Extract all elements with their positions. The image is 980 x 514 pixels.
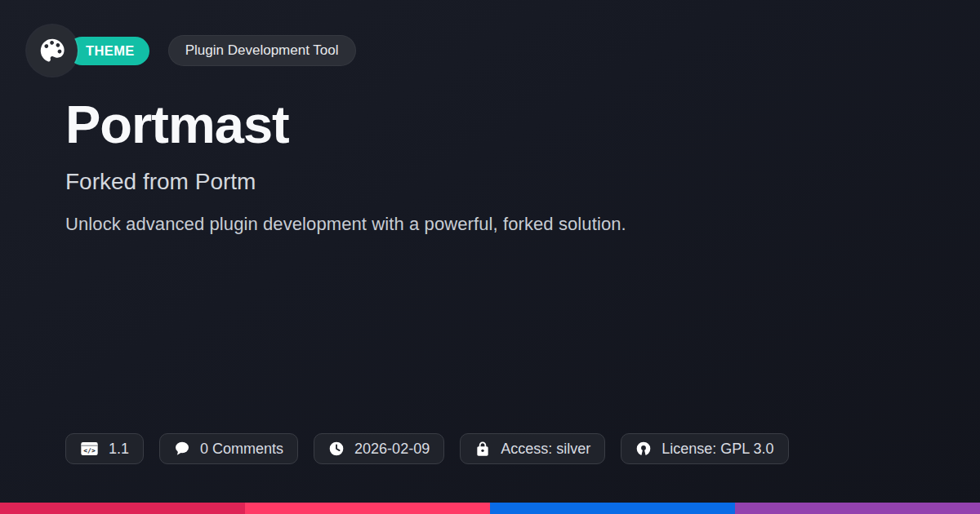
stripe-segment-crimson — [0, 503, 245, 514]
bottom-color-stripe — [0, 503, 980, 514]
license-badge: License: GPL 3.0 — [621, 433, 788, 464]
palette-icon — [37, 35, 68, 66]
date-label: 2026-02-09 — [354, 441, 430, 458]
version-label: 1.1 — [109, 441, 129, 458]
svg-text:</>: </> — [83, 447, 96, 454]
page-title: Portmast — [65, 97, 289, 153]
header-row: THEME Plugin Development Tool — [27, 24, 356, 77]
comment-icon — [174, 441, 190, 457]
forked-from-subtitle: Forked from Portm — [65, 169, 256, 195]
plugin-og-card: THEME Plugin Development Tool Portmast F… — [0, 0, 980, 514]
category-badge: Plugin Development Tool — [168, 35, 356, 66]
lock-icon — [474, 441, 491, 457]
version-badge: </> 1.1 — [65, 433, 144, 464]
stripe-segment-pink — [245, 503, 490, 514]
access-badge: Access: silver — [460, 433, 605, 464]
comments-label: 0 Comments — [200, 441, 283, 458]
date-badge: 2026-02-09 — [314, 433, 444, 464]
comments-badge: 0 Comments — [159, 433, 298, 464]
license-label: License: GPL 3.0 — [662, 441, 773, 458]
access-label: Access: silver — [501, 441, 590, 458]
avatar — [27, 25, 78, 76]
clock-icon — [328, 441, 345, 457]
stripe-segment-blue — [490, 503, 735, 514]
type-badge: THEME — [68, 37, 149, 65]
meta-row: </> 1.1 0 Comments 2026-02-09 — [65, 433, 789, 464]
stripe-segment-purple — [735, 503, 980, 514]
description-text: Unlock advanced plugin development with … — [65, 214, 626, 235]
open-source-icon — [635, 441, 652, 457]
code-window-icon: </> — [80, 441, 99, 457]
